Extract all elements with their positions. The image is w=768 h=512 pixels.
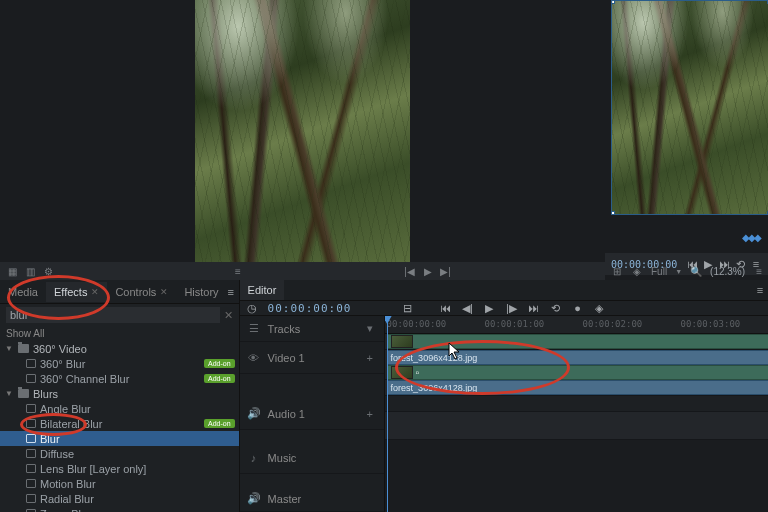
show-all-link[interactable]: Show All: [0, 326, 239, 341]
settings-icon[interactable]: ⚙: [42, 265, 54, 277]
zoom-icon[interactable]: 🔍: [690, 265, 702, 277]
panel-tabstrip: Media Effects✕ Controls✕ History ≡: [0, 280, 239, 304]
clock-icon: ◷: [246, 302, 258, 314]
timeline: ☰Tracks▾ 👁Video 1+ 🔊Audio 1+ ♪Music 🔊Mas…: [240, 316, 768, 512]
effect-zoom-blur[interactable]: Zoom Blur: [0, 506, 239, 512]
add-icon[interactable]: ▾: [364, 323, 376, 335]
tab-effects[interactable]: Effects✕: [46, 282, 107, 302]
folder-icon: [18, 389, 29, 398]
effects-group-360video[interactable]: ▼360° Video: [0, 341, 239, 356]
effects-tree: ▼360° Video 360° BlurAdd-on 360° Channel…: [0, 341, 239, 512]
track-audio1[interactable]: 🔊Audio 1+: [240, 398, 384, 430]
drop-indicator-icon: ◆◆◆: [742, 232, 760, 243]
layout-icon[interactable]: ▥: [24, 265, 36, 277]
ruler-tick: 00:00:00:00: [387, 319, 447, 329]
play-icon[interactable]: ▶: [422, 265, 434, 277]
addon-badge: Add-on: [204, 419, 235, 428]
add-icon[interactable]: +: [364, 408, 376, 420]
tracks-area[interactable]: 00:00:00:00 00:00:01:00 00:00:02:00 00:0…: [385, 316, 768, 512]
timeline-panel: Editor ≡ ◷ 00:00:00:00 ⊟ ⏮ ◀| ▶ |▶ ⏭ ⟲ ●…: [240, 280, 768, 512]
snap-icon[interactable]: ⊞: [611, 265, 623, 277]
marker-icon[interactable]: ◈: [593, 302, 605, 314]
editor-tabstrip: Editor ≡: [240, 280, 768, 301]
tab-controls[interactable]: Controls✕: [107, 282, 176, 302]
play-icon[interactable]: ▶: [483, 302, 495, 314]
effect-motion-blur[interactable]: Motion Blur: [0, 476, 239, 491]
effect-diffuse[interactable]: Diffuse: [0, 446, 239, 461]
track-video1[interactable]: 👁Video 1+: [240, 342, 384, 374]
time-ruler[interactable]: 00:00:00:00 00:00:01:00 00:00:02:00 00:0…: [385, 316, 768, 334]
effects-search-input[interactable]: [6, 307, 220, 323]
chevron-down-icon[interactable]: ▼: [4, 344, 14, 353]
clear-search-icon[interactable]: ✕: [224, 309, 233, 322]
track-music[interactable]: ♪Music: [240, 442, 384, 474]
next-frame-icon[interactable]: ▶|: [440, 265, 452, 277]
skip-start-icon[interactable]: ⏮: [439, 302, 451, 314]
close-icon[interactable]: ✕: [160, 287, 168, 297]
effect-360-blur[interactable]: 360° BlurAdd-on: [0, 356, 239, 371]
chevron-down-icon[interactable]: ▼: [675, 268, 682, 275]
effect-bilateral-blur[interactable]: Bilateral BlurAdd-on: [0, 416, 239, 431]
clip-video1-label[interactable]: forest_3096x4128.jpg: [387, 350, 768, 365]
program-monitor: ◆◆◆: [605, 0, 768, 280]
tab-editor[interactable]: Editor: [240, 280, 285, 300]
skip-end-icon[interactable]: ⏭: [527, 302, 539, 314]
folder-icon: [18, 344, 29, 353]
marker-icon[interactable]: ◈: [631, 265, 643, 277]
fx-icon: [26, 449, 36, 458]
audio1-lane[interactable]: [385, 412, 768, 440]
track-headers: ☰Tracks▾ 👁Video 1+ 🔊Audio 1+ ♪Music 🔊Mas…: [240, 316, 385, 512]
quality-label[interactable]: Full: [651, 266, 667, 277]
playhead[interactable]: [387, 316, 388, 512]
tab-media[interactable]: Media: [0, 282, 46, 302]
selection-handle[interactable]: [611, 211, 615, 215]
fx-icon: [26, 359, 36, 368]
clip-video1b[interactable]: ▫: [387, 365, 768, 380]
menu-icon[interactable]: ≡: [232, 265, 244, 277]
effects-panel: Media Effects✕ Controls✕ History ≡ ✕ Sho…: [0, 280, 240, 512]
clip-video1-sub-label[interactable]: forest_3096x4128.jpg: [387, 380, 768, 395]
chevron-down-icon[interactable]: ▼: [4, 389, 14, 398]
clip-video2[interactable]: [387, 334, 768, 349]
record-icon[interactable]: ●: [571, 302, 583, 314]
spacer-lane: [385, 396, 768, 412]
prev-frame-icon[interactable]: |◀: [404, 265, 416, 277]
eye-icon[interactable]: 👁: [248, 352, 260, 364]
speaker-icon[interactable]: 🔊: [248, 493, 260, 505]
snapping-icon[interactable]: ⊟: [401, 302, 413, 314]
loop-icon[interactable]: ⟲: [549, 302, 561, 314]
editor-timecode[interactable]: 00:00:00:00: [268, 302, 352, 315]
effect-radial-blur[interactable]: Radial Blur: [0, 491, 239, 506]
selection-handle[interactable]: [611, 0, 615, 4]
fx-icon: [26, 404, 36, 413]
speaker-icon[interactable]: 🔊: [248, 408, 260, 420]
grid-icon[interactable]: ▦: [6, 265, 18, 277]
addon-badge: Add-on: [204, 359, 235, 368]
menu-icon: ☰: [248, 323, 260, 335]
zoom-value: (12.3%): [710, 266, 745, 277]
music-icon[interactable]: ♪: [248, 452, 260, 464]
panel-menu-icon[interactable]: ≡: [756, 284, 768, 296]
clip-thumb: [391, 366, 413, 379]
tab-history[interactable]: History: [176, 282, 226, 302]
effect-blur[interactable]: Blur: [0, 431, 239, 446]
effect-360-channel-blur[interactable]: 360° Channel BlurAdd-on: [0, 371, 239, 386]
fx-icon: [26, 464, 36, 473]
ruler-tick: 00:00:01:00: [485, 319, 545, 329]
close-icon[interactable]: ✕: [91, 287, 99, 297]
clip-thumb: [391, 335, 413, 348]
prev-frame-icon[interactable]: ◀|: [461, 302, 473, 314]
program-preview-image[interactable]: [611, 0, 768, 215]
effect-lens-blur[interactable]: Lens Blur [Layer only]: [0, 461, 239, 476]
panel-menu-icon[interactable]: ≡: [227, 286, 239, 298]
source-preview-image[interactable]: [195, 0, 410, 266]
menu-icon[interactable]: ≡: [753, 265, 765, 277]
tracks-header[interactable]: ☰Tracks▾: [240, 316, 384, 342]
effects-group-blurs[interactable]: ▼Blurs: [0, 386, 239, 401]
add-icon[interactable]: +: [364, 352, 376, 364]
fx-icon: [26, 434, 36, 443]
effect-angle-blur[interactable]: Angle Blur: [0, 401, 239, 416]
next-frame-icon[interactable]: |▶: [505, 302, 517, 314]
editor-header: ◷ 00:00:00:00 ⊟ ⏮ ◀| ▶ |▶ ⏭ ⟲ ● ◈: [240, 301, 768, 316]
track-master[interactable]: 🔊Master: [240, 486, 384, 512]
